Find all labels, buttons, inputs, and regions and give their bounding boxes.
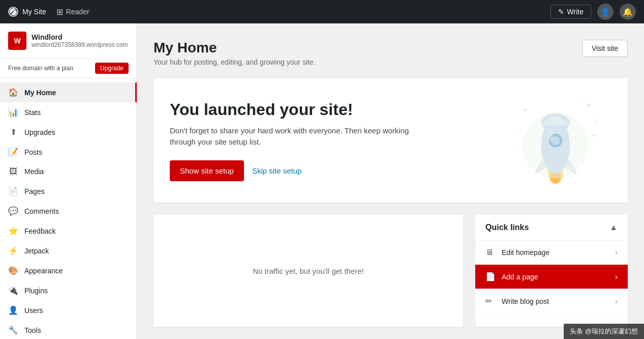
notifications-bell[interactable]: 🔔 bbox=[620, 4, 636, 20]
posts-icon: 📝 bbox=[8, 147, 18, 157]
site-avatar: W bbox=[8, 32, 26, 50]
topbar-right: ✎ Write 👤 🔔 bbox=[550, 4, 636, 20]
feedback-icon: ⭐ bbox=[8, 226, 18, 236]
reader-label: Reader bbox=[66, 8, 89, 16]
upgrades-icon: ⬆ bbox=[8, 127, 18, 137]
media-icon: 🖼 bbox=[8, 167, 18, 176]
page-title: My Home bbox=[154, 40, 316, 56]
site-url: windlord267358389.wordpress.com bbox=[32, 41, 128, 48]
sidebar-item-tools[interactable]: 🔧 Tools bbox=[0, 320, 137, 339]
svg-point-7 bbox=[517, 150, 518, 152]
sidebar-item-label: Media bbox=[24, 167, 44, 176]
topbar-left: My Site ⊞ Reader bbox=[8, 7, 89, 17]
sidebar-item-comments[interactable]: 💬 Comments bbox=[0, 201, 137, 221]
page-subtitle: Your hub for posting, editing, and growi… bbox=[154, 58, 316, 66]
svg-point-6 bbox=[593, 134, 595, 136]
sidebar-item-jetpack[interactable]: ⚡ Jetpack bbox=[0, 241, 137, 261]
sidebar-item-plugins[interactable]: 🔌 Plugins bbox=[0, 280, 137, 300]
quick-link-edit-homepage[interactable]: 🖥 Edit homepage › bbox=[475, 241, 628, 265]
user-avatar[interactable]: 👤 bbox=[597, 4, 614, 20]
nav-list: 🏠 My Home 📊 Stats ⬆ Upgrades 📝 Posts 🖼 M… bbox=[0, 78, 137, 339]
sidebar-item-label: Pages bbox=[24, 187, 45, 195]
write-blog-post-icon: ✏ bbox=[485, 296, 496, 306]
sidebar-item-posts[interactable]: 📝 Posts bbox=[0, 142, 137, 162]
sidebar: W Windlord windlord267358389.wordpress.c… bbox=[0, 23, 137, 339]
upgrade-button[interactable]: Upgrade bbox=[95, 63, 129, 74]
sidebar-item-label: Users bbox=[24, 306, 43, 315]
rocket-illustration bbox=[500, 95, 611, 186]
chevron-up-icon: ▲ bbox=[609, 223, 618, 232]
chevron-right-icon: › bbox=[615, 272, 618, 281]
sidebar-item-label: Stats bbox=[24, 108, 41, 117]
quick-links-card: Quick links ▲ 🖥 Edit homepage › 📄 Add a … bbox=[475, 215, 628, 327]
topbar: My Site ⊞ Reader ✎ Write 👤 🔔 bbox=[0, 0, 644, 23]
watermark: 头条 @瑞拉的深邃幻想 bbox=[564, 324, 644, 339]
sidebar-item-feedback[interactable]: ⭐ Feedback bbox=[0, 221, 137, 241]
quick-links-title: Quick links bbox=[485, 223, 529, 232]
quick-link-write-blog-post[interactable]: ✏ Write blog post › bbox=[475, 289, 628, 314]
sidebar-item-label: My Home bbox=[24, 89, 56, 97]
sidebar-item-appearance[interactable]: 🎨 Appearance bbox=[0, 261, 137, 280]
sidebar-item-upgrades[interactable]: ⬆ Upgrades bbox=[0, 122, 137, 142]
appearance-icon: 🎨 bbox=[8, 266, 18, 275]
sidebar-item-label: Tools bbox=[24, 326, 41, 334]
launch-title: You launched your site! bbox=[170, 100, 500, 119]
tools-icon: 🔧 bbox=[8, 325, 18, 335]
quick-links-header[interactable]: Quick links ▲ bbox=[475, 215, 628, 241]
comments-icon: 💬 bbox=[8, 206, 18, 216]
launch-text: You launched your site! Don't forget to … bbox=[170, 100, 500, 181]
chevron-right-icon: › bbox=[615, 297, 618, 306]
visit-site-button[interactable]: Visit site bbox=[582, 40, 628, 57]
write-button[interactable]: ✎ Write bbox=[550, 5, 591, 19]
skip-site-setup-link[interactable]: Skip site setup bbox=[252, 166, 302, 175]
svg-point-4 bbox=[519, 130, 521, 131]
write-icon: ✎ bbox=[558, 8, 564, 16]
launch-actions: Show site setup Skip site setup bbox=[170, 160, 500, 181]
upgrade-text: Free domain with a plan bbox=[8, 65, 73, 72]
sidebar-item-label: Posts bbox=[24, 148, 42, 156]
quick-links-list: 🖥 Edit homepage › 📄 Add a page › ✏ Write… bbox=[475, 241, 628, 314]
reader-icon: ⊞ bbox=[56, 7, 63, 17]
site-info: W Windlord windlord267358389.wordpress.c… bbox=[0, 23, 137, 59]
cards-row: No traffic yet, but you'll get there! Qu… bbox=[154, 215, 628, 327]
plugins-icon: 🔌 bbox=[8, 286, 18, 295]
traffic-card: No traffic yet, but you'll get there! bbox=[154, 215, 463, 327]
quick-link-add-page[interactable]: 📄 Add a page › bbox=[475, 265, 628, 289]
add-page-icon: 📄 bbox=[485, 272, 496, 281]
reader-link[interactable]: ⊞ Reader bbox=[56, 7, 89, 17]
sidebar-item-stats[interactable]: 📊 Stats bbox=[0, 102, 137, 122]
svg-point-3 bbox=[596, 120, 597, 121]
page-header-text: My Home Your hub for posting, editing, a… bbox=[154, 40, 316, 66]
sidebar-item-pages[interactable]: 📄 Pages bbox=[0, 181, 137, 201]
sidebar-item-label: Plugins bbox=[24, 287, 48, 295]
svg-point-16 bbox=[523, 112, 589, 179]
svg-point-5 bbox=[580, 99, 581, 100]
upgrade-bar: Free domain with a plan Upgrade bbox=[0, 59, 137, 78]
sidebar-item-label: Feedback bbox=[24, 227, 55, 235]
chevron-right-icon: › bbox=[615, 248, 618, 257]
bell-icon: 🔔 bbox=[623, 7, 633, 17]
sidebar-item-users[interactable]: 👤 Users bbox=[0, 300, 137, 320]
users-icon: 👤 bbox=[8, 305, 18, 315]
launch-desc: Don't forget to share your hard work wit… bbox=[170, 125, 424, 148]
sidebar-item-label: Comments bbox=[24, 207, 59, 215]
stats-icon: 📊 bbox=[8, 107, 18, 117]
sidebar-item-label: Jetpack bbox=[24, 247, 49, 255]
show-site-setup-button[interactable]: Show site setup bbox=[170, 160, 244, 181]
site-details: Windlord windlord267358389.wordpress.com bbox=[32, 33, 128, 48]
rocket-svg bbox=[510, 95, 601, 186]
sidebar-item-media[interactable]: 🖼 Media bbox=[0, 162, 137, 181]
launch-card: You launched your site! Don't forget to … bbox=[154, 78, 628, 203]
sidebar-item-my-home[interactable]: 🏠 My Home bbox=[0, 82, 137, 102]
my-site-link[interactable]: My Site bbox=[8, 7, 46, 17]
quick-link-label: Add a page bbox=[502, 273, 538, 281]
layout: W Windlord windlord267358389.wordpress.c… bbox=[0, 23, 644, 339]
svg-point-2 bbox=[588, 104, 590, 106]
pages-icon: 📄 bbox=[8, 186, 18, 196]
no-traffic-text: No traffic yet, but you'll get there! bbox=[253, 267, 364, 275]
site-name: Windlord bbox=[32, 33, 128, 41]
wordpress-icon bbox=[8, 7, 18, 17]
quick-link-label: Edit homepage bbox=[502, 248, 549, 257]
sidebar-item-label: Upgrades bbox=[24, 128, 55, 136]
my-site-label: My Site bbox=[22, 8, 46, 16]
